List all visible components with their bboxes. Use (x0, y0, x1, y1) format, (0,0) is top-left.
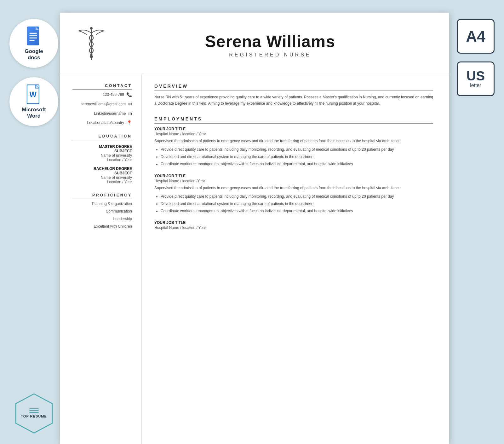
resume-full-name: Serena Williams (110, 32, 430, 51)
top-resume-label: TOP RESUME (21, 414, 47, 418)
location-text: Location/state/country (87, 120, 124, 125)
job-1-description: Supervised the admission of patients in … (154, 138, 433, 144)
job-1-bullet-2: Developed and direct a rotational system… (161, 154, 433, 160)
proficiency-section-title: PROFICIENCY (72, 193, 132, 199)
a4-label: A4 (466, 28, 485, 45)
job-2-title: YOUR JOB TITLE (154, 174, 433, 178)
resume-right-column: OVERVIEW Nurse RN with 5+ years of exper… (142, 74, 449, 444)
email-icon: ✉ (128, 102, 132, 107)
bachelor-university: Name of university (72, 175, 132, 180)
contact-location: Location/state/country 📍 (72, 120, 132, 125)
job-2-location: Hospital Name / location /Year (154, 179, 433, 183)
phone-number: 123-456-789 (103, 92, 124, 97)
resume-name-area: Serena Williams REGISTERED NURSE (110, 32, 430, 58)
us-letter-badge: US letter (457, 61, 495, 96)
employment-section-title: EMPLOYMENTS (154, 116, 433, 124)
resume-paper: Serena Williams REGISTERED NURSE CONTACT… (60, 13, 449, 444)
location-icon: 📍 (127, 120, 132, 125)
top-resume-badge: TOP RESUME (9, 389, 58, 438)
job-2-bullets: Provide direct quality care to patients … (154, 194, 433, 214)
job-1-bullets: Provide direct quality care to patients … (154, 147, 433, 167)
contact-linkedin: Linkedin/username in (72, 111, 132, 116)
contact-section-title: CONTACT (72, 84, 132, 90)
job-block-2: YOUR JOB TITLE Hospital Name / location … (154, 174, 433, 214)
linkedin-icon: in (128, 111, 132, 116)
email-address: serenawilliams@gmai.com (81, 102, 126, 106)
svg-rect-3 (29, 32, 37, 33)
contact-phone: 123-456-789 📞 (72, 92, 132, 97)
job-2-bullet-1: Provide direct quality care to patients … (161, 194, 433, 200)
phone-icon: 📞 (127, 92, 132, 97)
ms-word-icon: W (25, 84, 43, 105)
google-docs-badge: Google docs (9, 19, 58, 68)
bachelor-subject: SUBJECT (72, 171, 132, 175)
master-subject: SUBJECT (72, 149, 132, 153)
svg-rect-5 (29, 37, 37, 38)
job-1-location: Hospital Name / location / Year (154, 132, 433, 136)
caduceus-logo (76, 25, 110, 64)
resume-header: Serena Williams REGISTERED NURSE (60, 13, 449, 74)
overview-text: Nurse RN with 5+ years of experience pro… (154, 94, 433, 107)
job-1-title: YOUR JOB TITLE (154, 127, 433, 131)
job-2-bullet-2: Developed and direct a rotational system… (161, 201, 433, 207)
job-1-bullet-1: Provide direct quality care to patients … (161, 147, 433, 153)
letter-label: letter (470, 83, 481, 88)
job-2-bullet-3: Coordinate workforce management objectiv… (161, 208, 433, 214)
google-docs-label: Google docs (25, 48, 43, 61)
master-location: Location / Year (72, 158, 132, 162)
linkedin-handle: Linkedin/username (94, 111, 126, 116)
svg-point-12 (90, 27, 93, 30)
job-2-description: Supervised the admission of patients in … (154, 185, 433, 191)
job-block-1: YOUR JOB TITLE Hospital Name / location … (154, 127, 433, 167)
us-label: US (467, 69, 485, 83)
svg-text:W: W (29, 90, 37, 99)
job-3-title: YOUR JOB TITLE (154, 220, 433, 225)
resume-job-title: REGISTERED NURSE (110, 52, 430, 58)
svg-rect-6 (29, 40, 34, 41)
job-1-bullet-3: Coordinate workforce management objectiv… (161, 161, 433, 167)
resume-body: CONTACT 123-456-789 📞 serenawilliams@gma… (60, 74, 449, 444)
master-university: Name of university (72, 153, 132, 158)
overview-section-title: OVERVIEW (154, 84, 433, 91)
bachelor-location: Location / Year (72, 180, 132, 184)
svg-point-14 (91, 56, 93, 58)
employment-section: EMPLOYMENTS YOUR JOB TITLE Hospital Name… (154, 116, 433, 230)
bachelor-degree-label: BACHELOR DEGREE (72, 166, 132, 171)
proficiency-section: PROFICIENCY Planning & organization Comm… (72, 193, 132, 229)
job-block-3: YOUR JOB TITLE Hospital Name / location … (154, 220, 433, 230)
education-section-title: EDUCATION (72, 134, 132, 140)
hexagon-line-1 (29, 408, 39, 409)
google-docs-icon (25, 26, 43, 46)
education-section: EDUCATION MASTER DEGREE SUBJECT Name of … (72, 134, 132, 184)
proficiency-item-4: Excellent with Children (72, 224, 132, 229)
contact-email: serenawilliams@gmai.com ✉ (72, 102, 132, 107)
master-degree-label: MASTER DEGREE (72, 144, 132, 149)
hexagon-line-2 (29, 410, 39, 411)
svg-rect-4 (29, 35, 37, 36)
ms-word-badge: W Microsoft Word (9, 77, 58, 126)
proficiency-item-1: Planning & organization (72, 202, 132, 206)
resume-left-column: CONTACT 123-456-789 📞 serenawilliams@gma… (60, 74, 142, 444)
proficiency-item-2: Communication (72, 209, 132, 213)
hexagon-line-3 (29, 412, 39, 413)
job-3-location: Hospital Name / location / Year (154, 225, 433, 230)
ms-word-label: Microsoft Word (22, 107, 46, 120)
a4-badge: A4 (457, 19, 495, 54)
proficiency-item-3: Leadership (72, 217, 132, 221)
